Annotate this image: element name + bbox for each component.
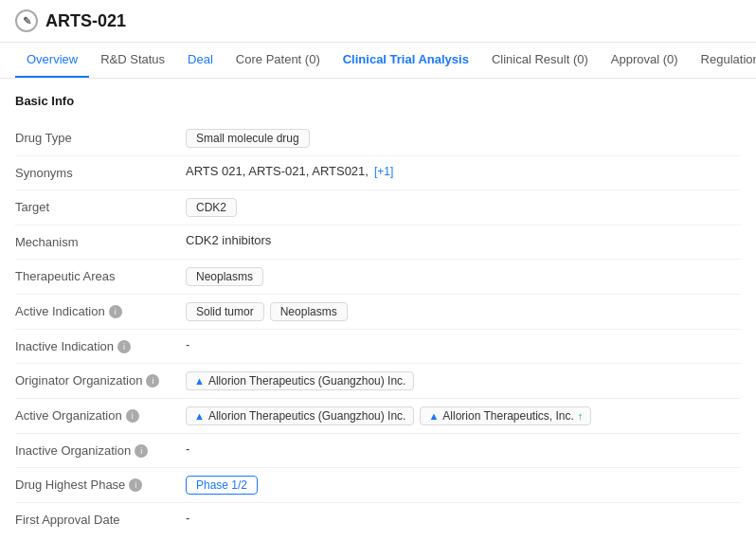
label-synonyms: Synonyms [15,164,186,180]
label-mechanism: Mechanism [15,233,186,249]
value-active-indication: Solid tumor Neoplasms [186,302,741,321]
org-tag-allorion-guangzhou-active[interactable]: ▲ Allorion Therapeutics (Guangzhou) Inc. [186,406,414,425]
row-active-indication: Active Indication i Solid tumor Neoplasm… [15,295,741,330]
row-inactive-indication: Inactive Indication i - [15,330,741,364]
value-inactive-org: - [186,442,741,456]
section-basic-info: Basic Info [15,94,741,108]
org-tag-allorion-inc-active[interactable]: ▲ Allorion Therapeutics, Inc. ↑ [420,406,591,425]
tag-phase-1-2[interactable]: Phase 1/2 [186,476,258,495]
row-drug-highest-phase: Drug Highest Phase i Phase 1/2 [15,468,741,503]
edit-icon[interactable]: ✎ [15,9,38,32]
inactive-org-dash: - [186,442,189,456]
info-icon-inactive-indication[interactable]: i [117,340,131,353]
tab-deal[interactable]: Deal [176,43,225,78]
label-active-indication: Active Indication i [15,302,186,318]
org-tag-allorion-guangzhou-originator[interactable]: ▲ Allorion Therapeutics (Guangzhou) Inc. [186,371,414,390]
value-first-approval-date: - [186,511,741,525]
tab-core-patent[interactable]: Core Patent (0) [225,43,332,78]
value-active-org: ▲ Allorion Therapeutics (Guangzhou) Inc.… [186,406,741,425]
tab-overview[interactable]: Overview [15,43,89,78]
mechanism-text: CDK2 inhibitors [186,233,271,247]
row-drug-type: Drug Type Small molecule drug [15,121,741,156]
tag-neoplasms-indication[interactable]: Neoplasms [270,302,348,321]
row-originator-org: Originator Organization i ▲ Allorion The… [15,364,741,399]
label-drug-highest-phase: Drug Highest Phase i [15,476,186,492]
org-logo-icon: ▲ [194,375,205,387]
info-icon-inactive-org[interactable]: i [135,444,148,458]
tag-neoplasms[interactable]: Neoplasms [186,267,263,286]
info-icon-drug-highest-phase[interactable]: i [129,478,142,492]
label-drug-type: Drug Type [15,129,186,145]
tab-clinical-result[interactable]: Clinical Result (0) [480,43,600,78]
value-originator-org: ▲ Allorion Therapeutics (Guangzhou) Inc. [186,371,741,390]
org-logo-icon-2: ▲ [428,410,439,422]
page-title: ✎ ARTS-021 [15,9,126,42]
row-synonyms: Synonyms ARTS 021, ARTS-021, ARTS021, [+… [15,156,741,190]
info-icon-active-org[interactable]: i [126,409,139,423]
value-drug-type: Small molecule drug [186,129,741,148]
tag-solid-tumor[interactable]: Solid tumor [186,302,264,321]
label-target: Target [15,198,186,214]
tab-regulation[interactable]: Regulation (0) [690,43,756,78]
main-content: Basic Info Drug Type Small molecule drug… [0,79,756,541]
inactive-indication-dash: - [186,337,189,352]
label-active-org: Active Organization i [15,406,186,423]
label-therapeutic-areas: Therapeutic Areas [15,267,186,283]
tab-approval[interactable]: Approval (0) [600,43,690,78]
value-mechanism: CDK2 inhibitors [186,233,741,247]
label-originator-org: Originator Organization i [15,371,186,388]
label-first-approval-date: First Approval Date [15,511,186,527]
org-logo-icon-1: ▲ [194,410,205,422]
row-therapeutic-areas: Therapeutic Areas Neoplasms [15,260,741,295]
value-synonyms: ARTS 021, ARTS-021, ARTS021, [+1] [186,164,741,178]
tag-cdk2[interactable]: CDK2 [186,198,237,217]
new-indicator-icon: ↑ [578,410,584,422]
row-inactive-org: Inactive Organization i - [15,434,741,468]
tag-small-molecule-drug: Small molecule drug [186,129,310,148]
info-icon-active-indication[interactable]: i [109,305,122,318]
label-inactive-org: Inactive Organization i [15,442,186,458]
tab-rd-status[interactable]: R&D Status [89,43,176,78]
first-approval-date-dash: - [186,511,189,525]
value-inactive-indication: - [186,337,741,352]
tab-bar: Overview R&D Status Deal Core Patent (0)… [0,43,756,79]
page-header: ✎ ARTS-021 Overview R&D Status Deal Core… [0,0,756,79]
label-inactive-indication: Inactive Indication i [15,337,186,353]
row-active-org: Active Organization i ▲ Allorion Therape… [15,399,741,434]
tab-clinical-trial-analysis[interactable]: Clinical Trial Analysis [332,43,480,78]
row-target: Target CDK2 [15,190,741,225]
value-target: CDK2 [186,198,741,217]
value-drug-highest-phase: Phase 1/2 [186,476,741,495]
value-therapeutic-areas: Neoplasms [186,267,741,286]
row-mechanism: Mechanism CDK2 inhibitors [15,225,741,260]
row-first-approval-date: First Approval Date - [15,503,741,537]
synonyms-text: ARTS 021, ARTS-021, ARTS021, [186,164,369,178]
synonyms-more-link[interactable]: [+1] [374,165,393,178]
info-icon-originator-org[interactable]: i [146,374,159,388]
